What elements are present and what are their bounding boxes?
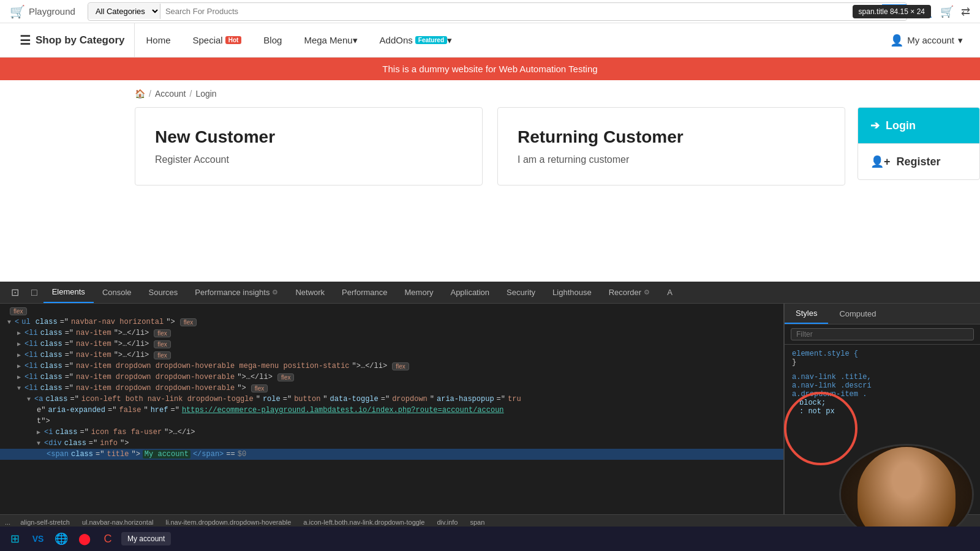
promo-banner: This is a dummy website for Web Automati… [0,58,980,80]
category-select[interactable]: All Categories [88,4,160,19]
tab-elements[interactable]: Elements [43,282,94,303]
breadcrumb-login: Login [195,89,216,99]
tab-network[interactable]: Network [287,282,333,303]
tab-lighthouse[interactable]: Lighthouse [544,282,600,303]
tab-security[interactable]: Security [498,282,544,303]
breadcrumb: 🏠 / Account / Login [0,80,980,107]
new-customer-subtitle: Register Account [155,154,462,165]
tab-computed[interactable]: Computed [828,304,887,324]
hot-badge: Hot [225,36,242,44]
tab-console[interactable]: Console [94,282,140,303]
main-content: New Customer Register Account Returning … [0,107,980,186]
edge-icon[interactable]: 🌐 [51,529,71,549]
nav-bar: ☰ Shop by Category Home Special Hot Blog… [0,23,980,58]
home-breadcrumb-icon[interactable]: 🏠 [135,89,145,99]
vscode-icon[interactable]: VS [28,529,48,549]
shop-by-category-label: Shop by Category [36,34,124,47]
opera-icon[interactable]: ⬤ [75,529,94,549]
elem-li-2[interactable]: ▶ <li class="nav-item">…</li> flex [0,339,783,350]
tab-recorder[interactable]: Recorder ⚙ [600,282,658,303]
register-button[interactable]: 👤+ Register [858,143,979,179]
bc-align[interactable]: align-self-stretch [18,519,72,526]
bc-div[interactable]: div.info [434,519,460,526]
cart-top-icon[interactable]: 🛒 [940,5,954,18]
new-customer-title: New Customer [155,127,462,147]
devtools-inspect-icon[interactable]: □ [25,282,43,303]
bc-li[interactable]: li.nav-item.dropdown.dropdown-hoverable [163,519,293,526]
my-account-nav[interactable]: 👤 My account ▾ [883,34,970,47]
breadcrumb-account[interactable]: Account [155,89,186,99]
register-label: Register [897,156,941,168]
top-bar: 🛒 Playground All Categories 🔍 👤 🛒 ⇄ span… [0,0,980,23]
breadcrumb-dots: ... [5,519,10,526]
cashew-icon[interactable]: C [98,529,118,549]
new-customer-card: New Customer Register Account [135,107,483,186]
devtools-body: flex ▼ <ul class="navbar-nav horizontal"… [0,304,980,514]
nav-blog[interactable]: Blog [252,23,293,57]
flex-badge-3: flex [154,351,171,359]
devtools-elements-icon[interactable]: ⊡ [5,282,25,303]
elements-tree[interactable]: flex ▼ <ul class="navbar-nav horizontal"… [0,304,784,514]
featured-badge: Featured [415,36,447,44]
tab-memory[interactable]: Memory [396,282,442,303]
flex-badge-5: flex [277,373,295,381]
elem-a-cont1[interactable]: e" aria-expanded="false" href="https://e… [0,405,783,416]
cart-icon: 🛒 [10,4,25,19]
my-account-label: My account [907,35,954,45]
elem-div-info[interactable]: ▼ <div class="info"> [0,438,783,449]
nav-mega-menu[interactable]: Mega Menu ▾ [293,23,368,57]
devtools-tabs: ⊡ □ Elements Console Sources Performance… [0,282,980,304]
account-panel: ➔ Login 👤+ Register [858,107,980,180]
breadcrumb-sep-1: / [149,89,151,99]
login-button[interactable]: ➔ Login [858,108,979,143]
bc-span[interactable]: span [467,519,487,526]
hamburger-icon: ☰ [20,33,31,48]
search-input[interactable] [160,4,882,18]
nav-home[interactable]: Home [135,23,181,57]
elem-a[interactable]: ▼ <a class="icon-left both nav-link drop… [0,394,783,405]
breadcrumb-sep-2: / [189,89,192,99]
style-rule-element: element.style { } [792,350,973,367]
tab-application[interactable]: Application [442,282,498,303]
account-chevron: ▾ [958,35,963,46]
taskbar-my-account[interactable]: My account [121,532,171,545]
elem-li-4[interactable]: ▶ <li class="nav-item dropdown dropdown-… [0,361,783,372]
elem-span-title[interactable]: <span class="title"> My account </span> … [0,449,783,460]
elem-line-ul[interactable]: ▼ <ul class="navbar-nav horizontal"> fle… [0,317,783,328]
returning-customer-subtitle: I am a returning customer [518,154,825,165]
tab-a[interactable]: A [658,282,681,303]
login-label: Login [886,119,916,132]
login-icon: ➔ [870,119,880,132]
shop-by-category[interactable]: ☰ Shop by Category [10,23,135,57]
tab-sources[interactable]: Sources [140,282,187,303]
elem-li-5[interactable]: ▶ <li class="nav-item dropdown dropdown-… [0,372,783,383]
nav-addons[interactable]: AddOns Featured ▾ [369,23,463,57]
register-icon: 👤+ [870,155,891,168]
compare-icon[interactable]: ⇄ [961,5,970,18]
account-icon: 👤 [890,34,903,47]
elem-i[interactable]: ▶ <i class="icon fas fa-user">…</i> [0,427,783,438]
style-rule-navlink: a.nav-link .title, a.nav-link .descri a.… [792,373,973,416]
flex-badge-6: flex [251,384,268,392]
selected-span-content: My account [143,450,190,459]
tab-performance-insights[interactable]: Performance insights ⚙ [186,282,287,303]
nav-special[interactable]: Special Hot [181,23,252,57]
styles-filter-input[interactable] [791,328,974,340]
elem-li-6[interactable]: ▼ <li class="nav-item dropdown dropdown-… [0,383,783,394]
tab-performance[interactable]: Performance [333,282,396,303]
returning-customer-card: Returning Customer I am a returning cust… [497,107,845,186]
elem-a-cont2[interactable]: t"> [0,416,783,427]
bc-ul[interactable]: ul.navbar-nav.horizontal [80,519,156,526]
search-wrap: All Categories 🔍 [88,2,907,21]
flex-badge-4: flex [392,362,409,370]
tab-styles[interactable]: Styles [785,304,828,324]
elem-li-3[interactable]: ▶ <li class="nav-item">…</li> flex [0,350,783,361]
elem-line-0[interactable]: flex [0,306,783,317]
logo-area: 🛒 Playground [10,4,75,19]
bc-a[interactable]: a.icon-left.both.nav-link.dropdown-toggl… [301,519,427,526]
tooltip-popup: span.title 84.15 × 24 [853,5,931,18]
elem-li-1[interactable]: ▶ <li class="nav-item">…</li> flex [0,328,783,339]
windows-icon[interactable]: ⊞ [5,529,24,549]
flex-badge-1: flex [154,329,171,337]
flex-badge-0: flex [10,307,27,315]
